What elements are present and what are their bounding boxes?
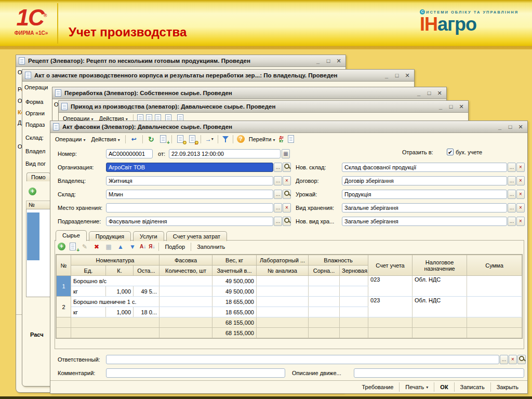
vid-khraneniya-field[interactable] (342, 203, 507, 212)
org-search-button[interactable] (283, 163, 291, 172)
zapisat-button[interactable]: Записать (454, 382, 490, 392)
ves-cell[interactable]: 49 500,000 (212, 276, 257, 286)
sklad-field[interactable] (106, 190, 273, 199)
minimize-icon[interactable]: _ (415, 89, 423, 97)
sklad-search-button[interactable] (283, 190, 291, 199)
ed-cell[interactable]: кг (71, 286, 106, 297)
zachistka-tab[interactable]: Помо (26, 172, 50, 181)
filter-icon[interactable] (222, 136, 229, 143)
minimize-icon[interactable]: _ (436, 103, 445, 111)
mesto-field[interactable] (106, 203, 273, 212)
ves-cell[interactable]: 18 655,000 (212, 297, 257, 307)
window-recept-titlebar[interactable]: Рецепт (Элеватор): Рецепт по нескольким … (16, 55, 345, 67)
zapolnit-button[interactable]: Заполнить (195, 243, 227, 251)
window-akt-fasovki[interactable]: Акт фасовки (Элеватор): Давальческое сыр… (50, 121, 528, 394)
org-field[interactable] (106, 163, 273, 172)
close-icon[interactable]: ✕ (403, 72, 411, 79)
urozhai-clear-button[interactable]: × (516, 190, 525, 199)
opisanie-field[interactable] (354, 368, 524, 378)
date-field[interactable] (169, 149, 281, 158)
reread-icon[interactable]: ↩ (129, 135, 139, 143)
sort-desc-icon[interactable]: Я↓ (149, 244, 155, 249)
calendar-icon[interactable]: ▦ (282, 149, 290, 158)
podrazdelenie-search-button[interactable] (283, 217, 291, 226)
tab-uslugi[interactable]: Услуги (133, 231, 164, 241)
move-down-icon[interactable]: ▼ (128, 242, 137, 251)
ed-cell[interactable]: кг (71, 307, 106, 317)
urozhai-field[interactable] (342, 190, 507, 199)
nov-vid-ellipsis-button[interactable]: ... (508, 217, 516, 226)
table-row[interactable]: 2 Борошно пшеничне 1 с. 18 655,000 023 О… (57, 297, 522, 307)
report-icon[interactable] (286, 135, 296, 143)
delete-row-icon[interactable]: ✖ (92, 242, 101, 251)
tab-syrye[interactable]: Сырье (56, 230, 87, 241)
add-row-icon[interactable]: + (29, 188, 36, 195)
minimize-icon[interactable]: _ (314, 57, 322, 65)
mesto-ellipsis-button[interactable]: ... (274, 203, 282, 212)
minimize-icon[interactable]: _ (496, 123, 504, 131)
nov-vid-clear-button[interactable]: × (516, 217, 525, 226)
podrazdelenie-ellipsis-button[interactable]: ... (274, 217, 282, 226)
menu-operations[interactable]: Операции ▾ (54, 135, 87, 143)
schet-cell[interactable]: 023 (368, 276, 413, 297)
nov-sklad-clear-button[interactable]: × (516, 163, 525, 172)
mesto-clear-button[interactable]: × (283, 203, 291, 212)
buh-checkbox[interactable]: ✔ (447, 149, 454, 155)
kommentariy-field[interactable] (106, 368, 285, 378)
vid-khraneniya-clear-button[interactable]: × (516, 203, 525, 212)
window-pererabotka-titlebar[interactable]: Переработка (Элеватор): Собственное сырь… (52, 87, 446, 99)
maximize-icon[interactable]: □ (447, 103, 455, 111)
window-zachistka-titlebar[interactable]: Акт о зачистке производственного корпуса… (22, 70, 414, 82)
ves-cell[interactable]: 18 655,000 (212, 307, 257, 317)
urozhai-ellipsis-button[interactable]: ... (508, 190, 516, 199)
otvetstvenny-clear-button[interactable]: × (509, 355, 517, 364)
podbor-button[interactable]: Подбор (163, 243, 187, 251)
sort-asc-icon[interactable]: А↓ (140, 244, 146, 249)
vladelec-ellipsis-button[interactable]: ... (274, 176, 282, 185)
nov-sklad-field[interactable] (342, 163, 507, 172)
maximize-icon[interactable]: □ (324, 57, 332, 65)
tab-schet-ucheta-zatrat[interactable]: Счет учета затрат (166, 231, 227, 241)
add-row-icon[interactable]: + (58, 243, 65, 250)
maximize-icon[interactable]: □ (425, 89, 433, 97)
otvetstvenny-ellipsis-button[interactable]: ... (500, 355, 508, 364)
nalog-cell[interactable]: Обл. НДС (413, 297, 467, 317)
copy-row-icon[interactable]: + (68, 242, 77, 251)
maximize-icon[interactable]: □ (393, 72, 401, 79)
menu-actions[interactable]: Действия ▾ (90, 135, 122, 143)
dogovor-clear-button[interactable]: × (516, 176, 525, 185)
maximize-icon[interactable]: □ (506, 123, 514, 131)
otvetstvenny-search-button[interactable] (517, 355, 526, 364)
close-icon[interactable]: ✕ (435, 89, 444, 97)
ostatok-cell[interactable]: 49 5... (134, 286, 159, 297)
minimize-icon[interactable]: _ (382, 72, 391, 79)
close-icon[interactable]: ✕ (457, 103, 466, 111)
window-prihod-titlebar[interactable]: Приход из производства (элеватор): Давал… (59, 101, 468, 113)
nomenklatura-cell[interactable]: Борошно пшеничне 1 с. (71, 297, 159, 307)
ves-cell[interactable]: 49 500,000 (212, 286, 257, 297)
help-icon[interactable]: ? (237, 135, 245, 143)
ostatok-cell[interactable]: 18 0... (134, 307, 159, 317)
row-num-cell[interactable]: 1 (57, 276, 71, 297)
k-cell[interactable]: 1,000 (106, 286, 134, 297)
menu-goto[interactable]: Перейти ▾ (247, 135, 277, 143)
trebovanie-button[interactable]: Требование (356, 382, 399, 392)
ok-button[interactable]: ОК (434, 382, 454, 392)
nov-vid-field[interactable] (342, 217, 507, 226)
sklad-ellipsis-button[interactable]: ... (274, 190, 282, 199)
refresh-icon[interactable]: ↻ (147, 135, 156, 143)
edit-row-icon[interactable]: ✎ (80, 242, 89, 251)
close-icon[interactable]: ✕ (516, 123, 525, 131)
zachistka-bottom-tab[interactable]: Расч (30, 331, 44, 338)
schet-cell[interactable]: 023 (368, 297, 413, 317)
vladelec-clear-button[interactable]: × (283, 176, 291, 185)
unpost-document-icon[interactable]: ▲ (188, 135, 197, 143)
print-button[interactable]: Печать▾ (399, 382, 434, 392)
vid-khraneniya-ellipsis-button[interactable]: ... (508, 203, 516, 212)
org-ellipsis-button[interactable]: ... (274, 163, 282, 172)
otvetstvenny-field[interactable] (106, 355, 499, 364)
window-akt-fasovki-titlebar[interactable]: Акт фасовки (Элеватор): Давальческое сыр… (50, 121, 527, 133)
copy-document-icon[interactable]: + (158, 135, 168, 143)
dtkt-icon[interactable]: ДтКт (280, 136, 284, 143)
k-cell[interactable]: 1,000 (106, 307, 134, 317)
